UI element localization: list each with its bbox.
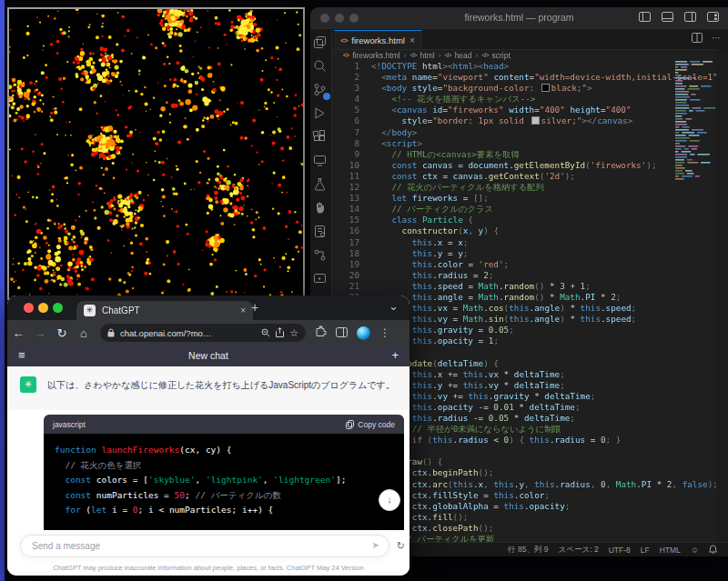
tab-fireworks-html[interactable]: <> fireworks.html ×: [334, 30, 422, 49]
live-preview-icon[interactable]: [313, 272, 329, 287]
window-minimize-button[interactable]: [38, 303, 48, 313]
toggle-primary-sidebar-icon[interactable]: [639, 12, 651, 22]
new-tab-button[interactable]: +: [251, 300, 258, 315]
code-line: // 花火の色を選択: [55, 458, 393, 474]
bookmark-star-icon[interactable]: ☆: [289, 327, 298, 339]
send-icon[interactable]: ➤: [372, 540, 379, 550]
extensions-puzzle-icon[interactable]: [315, 325, 327, 341]
profile-avatar[interactable]: [357, 326, 370, 340]
regenerate-icon[interactable]: ↻: [397, 540, 405, 552]
status-line-col[interactable]: 行 85、列 9: [508, 545, 548, 556]
notebook-icon[interactable]: [313, 225, 329, 240]
code-line: const numParticles = 50; // パーティクルの数: [55, 488, 393, 504]
chrome-menu-icon[interactable]: ⋮: [379, 326, 390, 339]
toggle-panel-icon[interactable]: [662, 12, 673, 22]
scroll-to-bottom-button[interactable]: ↓: [379, 489, 400, 511]
chat-title: New chat: [7, 350, 410, 361]
symbol-icon: </>: [481, 52, 488, 58]
window-zoom-button[interactable]: [53, 303, 63, 313]
source-control-icon[interactable]: [313, 83, 329, 98]
code-line: 9 // HTMLの<canvas>要素を取得: [332, 149, 716, 160]
code-line: const colors = ['skyblue', 'lightpink', …: [55, 473, 393, 488]
code-block-header: javascript Copy code: [44, 415, 404, 434]
code-line: 17 this.x = x;: [332, 237, 716, 248]
back-button[interactable]: ←: [7, 326, 29, 340]
code-line: 21 this.speed = Math.random() * 3 + 1;: [332, 281, 716, 292]
desktop-edge-strip: [0, 0, 5, 581]
share-icon[interactable]: [276, 325, 284, 341]
input-placeholder: Send a message: [32, 541, 100, 551]
tab-title: ChatGPT: [102, 306, 234, 316]
tab-search-chevron-icon[interactable]: ⌄: [389, 299, 399, 313]
fireworks-canvas[interactable]: [9, 9, 303, 298]
copy-code-button[interactable]: Copy code: [346, 420, 395, 429]
url-text[interactable]: chat.openai.com/?mo…: [120, 328, 256, 338]
breadcrumb-file-icon: <>: [343, 52, 349, 58]
breadcrumb-separator: ›: [404, 51, 407, 60]
notifications-bell-icon[interactable]: [709, 545, 717, 556]
vscode-titlebar[interactable]: fireworks.html — program: [310, 7, 728, 30]
extensions-icon[interactable]: [313, 130, 329, 145]
code-line: 18 this.y = y;: [332, 248, 716, 259]
status-language[interactable]: HTML: [660, 546, 681, 555]
html-file-icon: <>: [340, 36, 347, 45]
code-line: 13 let fireworks = [];: [332, 193, 716, 204]
tab-close-icon[interactable]: ×: [240, 306, 246, 316]
feedback-smiley-icon[interactable]: ☺: [691, 546, 699, 555]
split-editor-icon[interactable]: [692, 33, 703, 45]
tab-close-icon[interactable]: ×: [410, 35, 415, 45]
hand-tool-icon[interactable]: [313, 201, 329, 216]
home-button[interactable]: ⌂: [73, 326, 95, 340]
run-debug-icon[interactable]: [313, 106, 329, 122]
code-line: 16 constructor(x, y) {: [332, 225, 716, 236]
window-close-button[interactable]: [24, 303, 34, 313]
code-line: 14 // パーティクルのクラス: [332, 204, 716, 215]
side-panel-icon[interactable]: [336, 325, 348, 341]
toggle-secondary-sidebar-icon[interactable]: [684, 12, 696, 22]
breadcrumb-separator: ›: [439, 51, 441, 60]
color-swatch: [531, 116, 540, 125]
code-line: 1<!DOCTYPE html><html><head>: [332, 61, 716, 72]
explorer-icon[interactable]: [313, 35, 329, 51]
customize-layout-icon[interactable]: [707, 12, 719, 22]
color-swatch: [541, 84, 550, 92]
browser-tab-chatgpt[interactable]: ✳ ChatGPT ×: [76, 301, 253, 320]
minimap[interactable]: [673, 61, 715, 183]
chatgpt-favicon: ✳: [84, 305, 96, 316]
message-input-area: Send a message ➤ ↻ ChatGPT may produce i…: [7, 530, 410, 576]
new-chat-icon[interactable]: +: [391, 348, 399, 362]
code-line: 4 <!-- 花火を描画するキャンバス-->: [332, 94, 716, 105]
code-line: 3 <body style="background-color: black;"…: [332, 83, 716, 94]
code-line: 11 const ctx = canvas.getContext('2d');: [332, 171, 716, 182]
code-line: 8 <script>: [332, 138, 716, 149]
references-icon[interactable]: [313, 248, 329, 264]
breadcrumb-item-script[interactable]: script: [492, 51, 511, 60]
lock-icon: [107, 325, 115, 341]
zoom-icon[interactable]: [261, 325, 270, 341]
breadcrumb[interactable]: <> fireworks.html › </> html › </> head …: [332, 50, 728, 60]
remote-explorer-icon[interactable]: [313, 154, 329, 169]
breadcrumb-item-head[interactable]: head: [455, 51, 472, 60]
breadcrumb-item-file[interactable]: fireworks.html: [352, 51, 399, 60]
forward-button[interactable]: →: [29, 326, 51, 340]
chatgpt-header: ≡ New chat +: [7, 346, 410, 366]
editor-more-actions-icon[interactable]: ⋯: [712, 33, 721, 45]
status-encoding[interactable]: UTF-8: [609, 546, 631, 555]
message-input[interactable]: Send a message ➤: [20, 535, 389, 557]
code-line: 10 const canvas = document.getElementByI…: [332, 160, 716, 171]
status-eol[interactable]: LF: [641, 546, 650, 555]
breadcrumb-item-html[interactable]: html: [420, 51, 435, 60]
chrome-tab-strip: ✳ ChatGPT × + ⌄: [7, 296, 410, 320]
editor-scrollbar[interactable]: [716, 49, 728, 543]
code-line: 15 class Particle {: [332, 215, 716, 225]
reload-button[interactable]: ↻: [51, 326, 73, 340]
tab-label: fireworks.html: [351, 35, 405, 45]
code-line: 6 style="border: 1px solid silver;"></ca…: [332, 115, 716, 126]
assistant-message: ✳ 以下は、さわやかな感じに修正した花火を打ち上げるJavaScriptのプログ…: [7, 366, 410, 410]
address-bar[interactable]: chat.openai.com/?mo… ☆: [100, 324, 306, 342]
testing-flask-icon[interactable]: [313, 177, 329, 193]
search-icon[interactable]: [313, 59, 329, 75]
code-line: 2 <meta name="viewport" content="width=d…: [332, 72, 716, 83]
code-language-label: javascript: [53, 420, 86, 429]
status-indentation[interactable]: スペース: 2: [559, 545, 599, 556]
